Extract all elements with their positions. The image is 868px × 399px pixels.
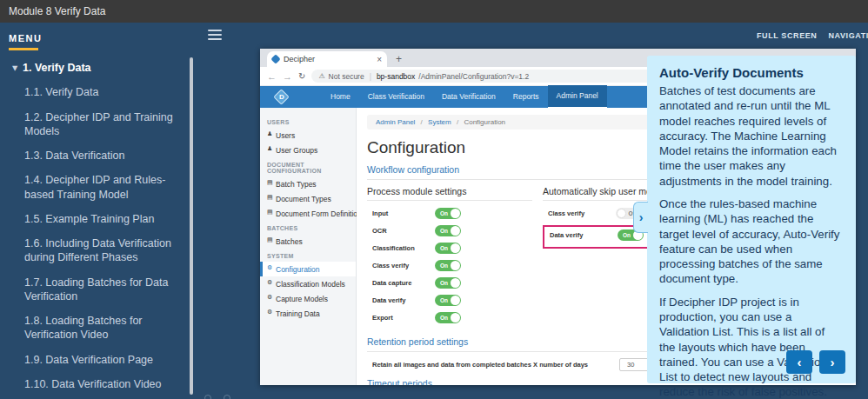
lesson-item[interactable]: 1.2. Decipher IDP and Training Models — [0, 105, 197, 144]
sidebar-item-user-groups[interactable]: ♟User Groups — [260, 143, 356, 157]
decipher-favicon-icon — [270, 54, 280, 63]
sidebar-item-configuration[interactable]: ⚙Configuration — [260, 262, 356, 276]
sidebar-scrollbar[interactable] — [190, 57, 193, 395]
breadcrumb-configuration: Configuration — [464, 118, 505, 126]
gear-icon: ⚙ — [267, 279, 272, 286]
previous-slide-button[interactable]: ‹ — [786, 350, 812, 374]
lesson-item-root[interactable]: ▾1. Verify Data — [0, 56, 197, 80]
chevron-right-icon: › — [831, 355, 835, 369]
gear-icon: ⚙ — [267, 294, 272, 301]
gear-icon: ⚙ — [267, 309, 272, 316]
lesson-stage: FULL SCREEN NAVIGATION RESOURCES Deciphe… — [197, 23, 868, 399]
lesson-item[interactable]: 1.7. Loading Batches for Data Verificati… — [0, 270, 197, 309]
breadcrumb-system[interactable]: System — [428, 118, 451, 126]
admin-sidebar: USERS ♟Users ♟User Groups DOCUMENT CONFI… — [260, 108, 357, 385]
classification-toggle[interactable]: On — [435, 243, 461, 254]
panel-collapse-tab[interactable]: › — [633, 202, 648, 233]
sidebar-item-batches[interactable]: ▤Batches — [260, 234, 356, 249]
next-slide-button[interactable]: › — [819, 350, 845, 374]
chevron-left-icon: ‹ — [798, 355, 802, 369]
lesson-info-panel: Auto-Verify Documents Batches of test do… — [647, 56, 856, 383]
full-screen-button[interactable]: FULL SCREEN — [757, 31, 817, 40]
nav-reports[interactable]: Reports — [504, 86, 548, 108]
data-capture-toggle[interactable]: On — [435, 277, 461, 289]
player-controls-partial — [204, 395, 230, 399]
browser-tab[interactable]: Decipher × — [267, 51, 387, 67]
tab-close-icon[interactable]: × — [377, 55, 382, 64]
forward-icon[interactable]: → — [283, 71, 292, 82]
lesson-list: ▾1. Verify Data 1.1. Verify Data 1.2. De… — [0, 56, 197, 399]
toggle-row-export: ExportOn — [372, 312, 532, 323]
class-verify-toggle[interactable]: On — [435, 260, 461, 271]
file-icon: ▤ — [267, 194, 273, 201]
panel-paragraph: Once the rules-based machine learning (M… — [659, 196, 844, 287]
not-secure-warning-icon: ⚠ — [318, 72, 324, 80]
toggle-row-classification: ClassificationOn — [372, 243, 532, 254]
nav-class-verification[interactable]: Class Verification — [359, 86, 433, 108]
panel-paragraph: Batches of test documents are annotated … — [659, 83, 844, 189]
sidebar-item-training-data[interactable]: ⚙Training Data — [260, 306, 356, 321]
lesson-item[interactable]: 1.10. Data Verification Video — [0, 372, 197, 396]
file-icon: ▤ — [267, 236, 273, 243]
navigation-button[interactable]: NAVIGATION — [828, 31, 868, 40]
lesson-item[interactable]: 1.9. Data Verification Page — [0, 348, 197, 372]
file-icon: ▤ — [267, 179, 273, 186]
ocr-toggle[interactable]: On — [435, 225, 461, 236]
user-icon: ♟ — [267, 130, 272, 137]
sidebar-item-classification-models[interactable]: ⚙Classification Models — [260, 276, 356, 291]
sidebar-item-document-types[interactable]: ▤Document Types — [260, 191, 356, 206]
back-icon[interactable]: ← — [267, 71, 277, 82]
sidebar-item-capture-models[interactable]: ⚙Capture Models — [260, 291, 356, 306]
lesson-item[interactable]: 1.1. Verify Data — [0, 80, 197, 104]
sidebar-item-batch-types[interactable]: ▤Batch Types — [260, 176, 356, 191]
lesson-item[interactable]: 1.8. Loading Batches for Verification Vi… — [0, 309, 197, 348]
url-path: /AdminPanel/Configuration?v=1.2 — [418, 72, 529, 81]
menu-heading: MENU — [0, 23, 197, 48]
window-title-bar: Module 8 Verify Data — [0, 0, 868, 23]
lesson-item[interactable]: 1.4. Decipher IDP and Rules-based Traini… — [0, 168, 197, 207]
section-header: DOCUMENT CONFIGURATION — [260, 157, 356, 176]
toggle-row-data-capture: Data captureOn — [372, 277, 532, 289]
lesson-item[interactable]: 1.3. Data Verification — [0, 143, 197, 168]
users-group-icon: ♟ — [267, 145, 272, 152]
url-host: bp-sandbox — [377, 72, 415, 81]
panel-paragraph: If Decipher IDP project is in production… — [659, 295, 844, 399]
sidebar-item-users[interactable]: ♟Users — [260, 128, 356, 143]
file-icon: ▤ — [267, 209, 273, 216]
process-module-settings-header: Process module settings — [367, 186, 532, 201]
panel-title: Auto-Verify Documents — [659, 65, 844, 80]
course-menu-sidebar: MENU ▾1. Verify Data 1.1. Verify Data 1.… — [0, 23, 197, 399]
window-title: Module 8 Verify Data — [9, 5, 105, 17]
toggle-row-ocr: OCROn — [372, 225, 532, 236]
section-header: USERS — [260, 115, 356, 128]
lesson-item[interactable]: 1.6. Including Data Verification during … — [0, 231, 197, 270]
data-verify-toggle[interactable]: On — [435, 295, 461, 306]
toggle-row-data-verify: Data verifyOn — [372, 295, 532, 306]
menu-active-underline — [9, 48, 38, 50]
collapse-icon[interactable]: ▾ — [12, 61, 19, 75]
lesson-item[interactable]: 1.5. Example Training Plan — [0, 207, 197, 231]
section-header: SYSTEM — [260, 249, 356, 262]
nav-data-verification[interactable]: Data Verification — [433, 86, 504, 108]
input-toggle[interactable]: On — [435, 208, 461, 219]
gear-icon: ⚙ — [267, 264, 272, 271]
toggle-row-input: InputOn — [372, 208, 532, 219]
new-tab-button[interactable]: + — [396, 53, 402, 67]
player-top-nav: FULL SCREEN NAVIGATION RESOURCES — [757, 31, 868, 40]
reload-icon[interactable]: ↻ — [298, 71, 305, 81]
nav-home[interactable]: Home — [322, 86, 359, 108]
menu-toggle-icon[interactable] — [208, 30, 222, 40]
sidebar-item-document-form-definitions[interactable]: ▤Document Form Definitions — [260, 206, 356, 221]
export-toggle[interactable]: On — [435, 312, 461, 323]
slide-pager: ‹ › — [786, 350, 845, 374]
security-label: Not secure — [329, 72, 364, 81]
tab-title: Decipher — [284, 55, 372, 63]
nav-admin-panel[interactable]: Admin Panel — [548, 85, 607, 109]
toggle-row-class-verify: Class verifyOn — [372, 260, 532, 271]
section-header: BATCHES — [260, 221, 356, 234]
decipher-logo-icon: D — [273, 89, 289, 104]
breadcrumb-admin-panel[interactable]: Admin Panel — [376, 118, 415, 126]
